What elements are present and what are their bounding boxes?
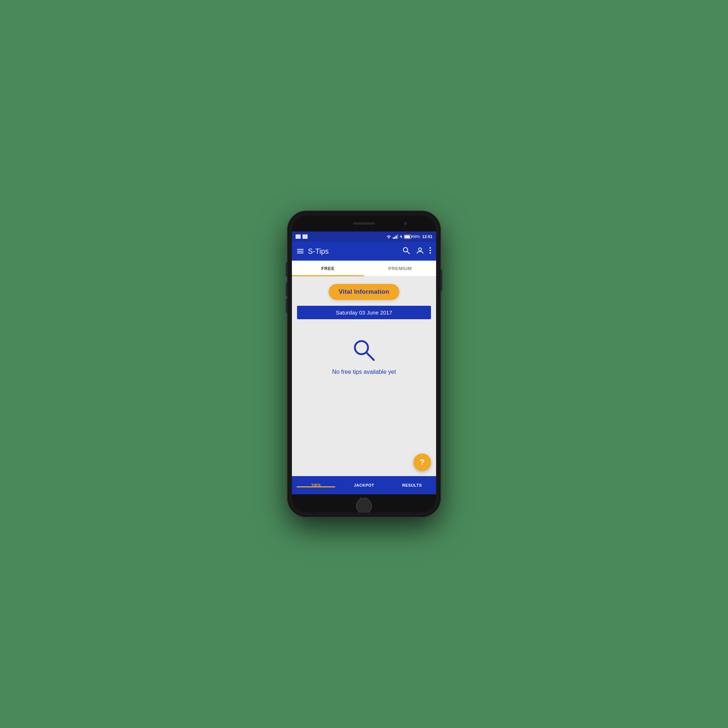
bottom-nav: TIPS JACKPOT RESULTS — [292, 476, 436, 494]
more-vert-icon — [430, 247, 431, 254]
speaker-grille — [353, 222, 375, 225]
phone-bottom-area: htc — [292, 494, 436, 512]
search-icon — [402, 247, 410, 254]
status-right-area: 98% 12:51 — [386, 234, 433, 239]
phone-top-area — [292, 216, 436, 231]
battery-percent: 98% — [413, 235, 420, 239]
tab-free[interactable]: FREE — [292, 261, 364, 276]
search-button[interactable] — [402, 247, 410, 256]
phone-device: 98% 12:51 S-Tips — [288, 211, 440, 517]
nav-tips[interactable]: TIPS — [292, 483, 340, 487]
notification-icon-1 — [295, 234, 301, 239]
svg-point-4 — [430, 250, 431, 251]
svg-point-5 — [430, 252, 431, 254]
svg-point-0 — [403, 248, 408, 252]
menu-button[interactable] — [297, 249, 304, 253]
screen-content: 98% 12:51 S-Tips — [292, 231, 436, 494]
app-bar: S-Tips — [292, 242, 436, 261]
account-button[interactable] — [416, 247, 424, 255]
empty-search-icon — [351, 337, 377, 363]
nav-results[interactable]: RESULTS — [388, 483, 436, 487]
empty-message: No free tips available yet — [332, 369, 396, 375]
front-camera — [404, 222, 407, 225]
status-left-icons — [295, 234, 307, 239]
nav-jackpot[interactable]: JACKPOT — [340, 483, 388, 487]
vital-info-button[interactable]: Vital Information — [329, 284, 400, 300]
status-bar: 98% 12:51 — [292, 231, 436, 242]
tab-premium[interactable]: PREMIUM — [364, 261, 436, 276]
htc-logo: htc — [359, 497, 369, 500]
date-banner: Saturday 03 June 2017 — [297, 306, 431, 319]
phone-screen: 98% 12:51 S-Tips — [292, 216, 436, 512]
svg-line-7 — [367, 353, 374, 360]
more-button[interactable] — [430, 247, 431, 255]
main-content: Vital Information Saturday 03 June 2017 … — [292, 277, 436, 476]
account-icon — [416, 247, 424, 254]
charging-icon — [400, 234, 402, 239]
status-time: 12:51 — [422, 234, 433, 239]
svg-line-1 — [407, 252, 410, 254]
signal-icon — [393, 234, 398, 239]
tabs-row: FREE PREMIUM — [292, 261, 436, 277]
help-fab[interactable]: ? — [413, 454, 431, 471]
app-title: S-Tips — [308, 247, 398, 255]
wifi-icon — [386, 234, 391, 239]
battery-fill — [405, 236, 410, 238]
notification-icon-2 — [303, 234, 307, 239]
svg-point-2 — [419, 248, 422, 251]
svg-point-3 — [430, 247, 431, 249]
empty-state: No free tips available yet — [332, 337, 396, 375]
battery-icon — [404, 235, 411, 239]
